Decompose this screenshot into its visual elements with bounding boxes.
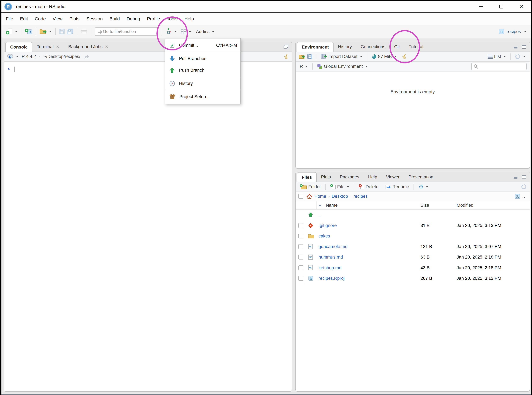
minimize-button[interactable]: [471, 1, 491, 12]
menu-profile[interactable]: Profile: [144, 16, 163, 22]
more-file-commands-button[interactable]: ⚙: [417, 184, 429, 190]
file-name[interactable]: .gitignore: [319, 223, 337, 228]
file-row-guacamole[interactable]: MD guacamole.md 121 B Jan 20, 2025, 3:07…: [296, 241, 530, 252]
file-checkbox[interactable]: [298, 223, 303, 228]
list-view-button[interactable]: List: [487, 54, 507, 59]
file-row-rproj[interactable]: R recipes.Rproj 267 B Jan 20, 2025, 3:13…: [296, 273, 530, 284]
dot-separator: ·: [39, 54, 40, 59]
new-project-button[interactable]: R: [24, 28, 33, 35]
project-selector[interactable]: R recipes: [499, 28, 528, 34]
menu-code[interactable]: Code: [31, 16, 49, 22]
new-file-blank-button[interactable]: File: [329, 184, 350, 189]
minimize-pane-icon[interactable]: [513, 45, 518, 49]
menu-build[interactable]: Build: [106, 16, 123, 22]
git-menu-pull[interactable]: Pull Branches: [165, 53, 240, 65]
menu-file[interactable]: File: [2, 16, 17, 22]
tab-viewer[interactable]: Viewer: [382, 172, 404, 182]
git-menu-history[interactable]: History: [165, 78, 240, 89]
file-checkbox[interactable]: [298, 244, 303, 249]
open-file-caret-icon: [49, 31, 52, 32]
git-menu-project-setup[interactable]: Project Setup...: [165, 91, 240, 103]
breadcrumb-recipes[interactable]: recipes: [353, 194, 368, 199]
load-workspace-icon[interactable]: [299, 54, 306, 59]
column-name[interactable]: Name: [317, 203, 421, 208]
file-row-ketchup[interactable]: MD ketchup.md 43 B Jan 20, 2025, 2:18 PM: [296, 262, 530, 273]
more-columns-button[interactable]: ...: [522, 194, 527, 199]
restore-pane-icon[interactable]: [283, 44, 288, 49]
clear-console-icon[interactable]: [283, 54, 289, 60]
language-selector[interactable]: R: [299, 64, 309, 69]
file-checkbox[interactable]: [298, 276, 303, 281]
folder-name[interactable]: cakes: [319, 234, 330, 239]
rename-button[interactable]: Rename: [384, 184, 410, 189]
open-in-window-icon[interactable]: [84, 55, 89, 59]
file-name[interactable]: hummus.md: [319, 255, 343, 260]
refresh-environment-button[interactable]: [514, 54, 526, 59]
menu-view[interactable]: View: [49, 16, 66, 22]
open-file-button[interactable]: [38, 28, 53, 34]
tab-help[interactable]: Help: [364, 172, 382, 182]
file-name[interactable]: ketchup.md: [319, 265, 341, 270]
main-toolbar: R: [1, 25, 531, 38]
tab-environment[interactable]: Environment: [297, 42, 333, 52]
svg-text:MD: MD: [309, 246, 312, 248]
breadcrumb-desktop[interactable]: Desktop: [332, 194, 348, 199]
print-button[interactable]: [80, 28, 88, 34]
file-row-up[interactable]: ..: [296, 209, 530, 220]
new-file-button[interactable]: [5, 28, 18, 34]
close-background-jobs-icon[interactable]: ✕: [105, 44, 108, 49]
file-row-hummus[interactable]: MD hummus.md 63 B Jan 20, 2025, 2:18 PM: [296, 252, 530, 262]
minimize-pane-icon[interactable]: [513, 175, 518, 179]
file-row-gitignore[interactable]: .gitignore 31 B Jan 20, 2025, 3:13 PM: [296, 220, 530, 231]
menu-plots[interactable]: Plots: [66, 16, 83, 22]
home-icon[interactable]: [307, 194, 312, 199]
column-modified[interactable]: Modified: [457, 203, 530, 208]
addins-button[interactable]: Addins: [195, 29, 216, 34]
open-folder-icon: [39, 28, 47, 34]
save-button[interactable]: [58, 28, 66, 34]
column-size[interactable]: Size: [421, 203, 457, 208]
files-breadcrumb-bar: Home › Desktop › recipes R ...: [296, 192, 530, 201]
delete-button[interactable]: Delete: [357, 184, 380, 189]
file-name[interactable]: recipes.Rproj: [319, 276, 344, 281]
file-name[interactable]: guacamole.md: [319, 244, 348, 249]
maximize-button[interactable]: [491, 1, 511, 12]
tab-history[interactable]: History: [333, 42, 356, 52]
tab-presentation[interactable]: Presentation: [404, 172, 438, 182]
file-row-cakes[interactable]: cakes: [296, 231, 530, 241]
maximize-pane-icon[interactable]: [522, 45, 526, 49]
scope-selector[interactable]: Global Environment: [316, 64, 369, 69]
project-setup-label: Project Setup...: [179, 94, 210, 99]
environment-search[interactable]: [471, 63, 526, 70]
save-all-button[interactable]: [66, 28, 75, 34]
file-checkbox[interactable]: [298, 234, 303, 238]
file-checkbox[interactable]: [298, 265, 303, 270]
close-button[interactable]: ✕: [511, 1, 531, 12]
save-workspace-icon[interactable]: [307, 54, 312, 59]
tab-console[interactable]: Console: [6, 42, 32, 52]
refresh-files-icon[interactable]: [521, 184, 526, 189]
menu-debug[interactable]: Debug: [123, 16, 144, 22]
tab-packages[interactable]: Packages: [335, 172, 364, 182]
menu-session[interactable]: Session: [83, 16, 106, 22]
close-terminal-icon[interactable]: ✕: [56, 44, 59, 49]
menu-edit[interactable]: Edit: [17, 16, 31, 22]
new-folder-button[interactable]: Folder: [299, 184, 322, 189]
select-all-checkbox[interactable]: [298, 194, 303, 199]
tab-background-jobs[interactable]: Background Jobs✕: [64, 42, 113, 52]
goto-file-search[interactable]: [95, 27, 158, 36]
import-dataset-button[interactable]: Import Dataset: [320, 54, 363, 59]
maximize-pane-icon[interactable]: [522, 175, 526, 179]
goto-file-input[interactable]: [103, 29, 151, 34]
file-name[interactable]: ..: [319, 212, 321, 218]
breadcrumb-home[interactable]: Home: [314, 194, 326, 199]
tab-plots[interactable]: Plots: [317, 172, 335, 182]
r-version-caret-icon[interactable]: [16, 56, 18, 57]
file-checkbox[interactable]: [298, 255, 303, 259]
console-output[interactable]: >: [4, 62, 292, 391]
git-menu-push[interactable]: Push Branch: [165, 65, 240, 76]
menu-help[interactable]: Help: [181, 16, 197, 22]
tab-connections[interactable]: Connections: [356, 42, 390, 52]
tab-files[interactable]: Files: [297, 172, 317, 182]
tab-terminal[interactable]: Terminal✕: [32, 42, 64, 52]
